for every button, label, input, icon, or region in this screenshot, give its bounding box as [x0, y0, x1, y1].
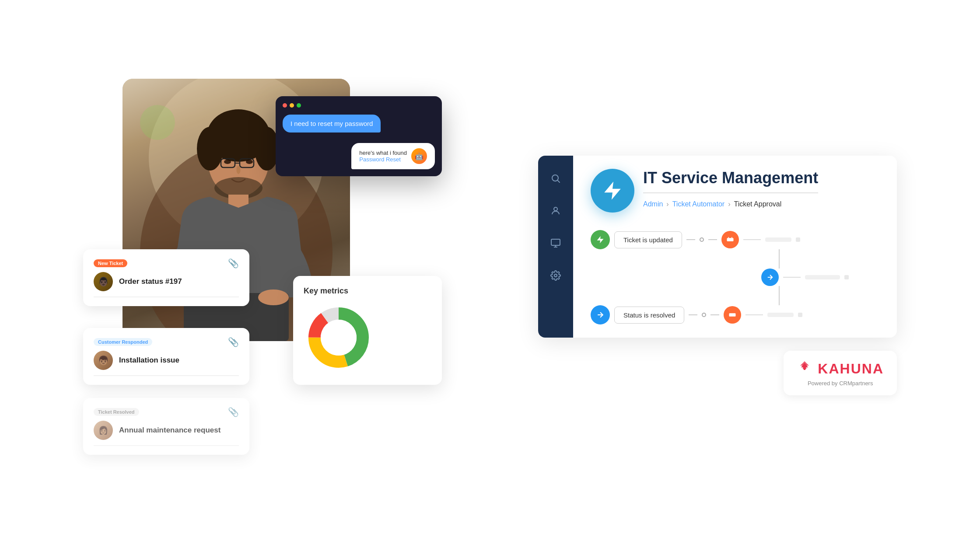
- breadcrumb-sep-2: ›: [728, 200, 730, 208]
- connector-dot-2: [702, 313, 706, 317]
- workflow-orange-1: [721, 231, 739, 248]
- ticket-3-divider: [94, 445, 239, 446]
- itsm-divider: [643, 192, 818, 193]
- attachment-icon-2[interactable]: 📎: [228, 337, 239, 347]
- trailing-bar-2: [805, 275, 840, 279]
- svg-line-25: [558, 181, 560, 182]
- trailing-bar-1: [765, 237, 791, 242]
- trailing-end-1: [796, 237, 800, 242]
- itsm-panel: IT Service Management Admin › Ticket Aut…: [538, 156, 897, 338]
- ticket-2-title: Installation issue: [119, 356, 179, 365]
- workflow-node-trigger: [591, 230, 610, 249]
- svg-point-17: [140, 105, 175, 140]
- svg-rect-31: [727, 238, 733, 241]
- ticket-1-avatar: 👨🏿: [94, 272, 113, 291]
- kahuna-card: KAHUNA Powered by CRMpartners: [784, 351, 897, 395]
- attachment-icon[interactable]: 📎: [228, 258, 239, 269]
- expand-dot[interactable]: [297, 103, 301, 108]
- close-dot[interactable]: [283, 103, 287, 108]
- ticket-1-header: New Ticket 📎: [94, 258, 239, 269]
- itsm-sidebar: [538, 156, 573, 338]
- ticket-card-1: New Ticket 📎 👨🏿 Order status #197: [83, 249, 249, 306]
- left-section: I need to reset my password here's what …: [83, 79, 442, 472]
- attachment-icon-3[interactable]: 📎: [228, 407, 239, 417]
- window-controls: [283, 103, 435, 108]
- trailing-end-2: [844, 275, 849, 279]
- svg-point-16: [258, 289, 289, 305]
- lightning-icon: [591, 169, 634, 213]
- workflow-label-status-resolved: Status is resolved: [614, 307, 684, 324]
- sidebar-icon-settings[interactable]: [546, 266, 565, 285]
- ticket-card-3: Ticket Resolved 📎 👩🏽 Annual maintenance …: [83, 398, 249, 455]
- breadcrumb: Admin › Ticket Automator › Ticket Approv…: [643, 200, 818, 208]
- user-message: I need to reset my password: [283, 115, 381, 133]
- kahuna-icon: [797, 359, 812, 378]
- connector-line-4: [710, 314, 719, 315]
- svg-marker-30: [597, 236, 604, 244]
- ticket-1-title: Order status #197: [119, 277, 182, 286]
- ticket-2-badge: Customer Responded: [94, 338, 152, 346]
- kahuna-subtitle: Powered by CRMpartners: [808, 380, 873, 387]
- donut-chart: [304, 303, 374, 373]
- ticket-3-header: Ticket Resolved 📎: [94, 407, 239, 417]
- connector-line-1: [686, 239, 695, 240]
- connector-line-2: [708, 239, 717, 240]
- svg-point-28: [554, 274, 557, 277]
- ticket-1-divider: [94, 296, 239, 297]
- metrics-title: Key metrics: [304, 286, 431, 296]
- bot-response-text: here's what i found: [359, 150, 407, 156]
- svg-point-6: [224, 160, 231, 164]
- ticket-3-avatar: 👩🏽: [94, 421, 113, 440]
- metrics-card: Key metrics: [293, 276, 442, 385]
- ticket-3-badge: Ticket Resolved: [94, 408, 139, 416]
- itsm-title: IT Service Management: [643, 169, 818, 187]
- right-section: IT Service Management Admin › Ticket Aut…: [538, 156, 897, 395]
- breadcrumb-admin[interactable]: Admin: [643, 200, 663, 208]
- sidebar-icon-search[interactable]: [546, 169, 565, 188]
- workflow-node-middle: [761, 269, 779, 286]
- svg-point-4: [197, 127, 223, 171]
- svg-point-26: [554, 207, 557, 211]
- trailing-line-3: [746, 314, 763, 315]
- kahuna-logo: KAHUNA: [797, 359, 884, 378]
- bot-avatar: 🤖: [411, 148, 427, 164]
- main-container: I need to reset my password here's what …: [0, 0, 980, 551]
- kahuna-section: KAHUNA Powered by CRMpartners: [538, 351, 897, 395]
- svg-rect-36: [729, 313, 736, 317]
- trailing-end-3: [798, 313, 802, 317]
- svg-point-24: [552, 175, 558, 181]
- bot-message: here's what i found Password Reset 🤖: [351, 143, 435, 169]
- breadcrumb-automator[interactable]: Ticket Automator: [672, 200, 724, 208]
- breadcrumb-current: Ticket Approval: [734, 200, 781, 208]
- workflow-label-ticket-updated: Ticket is updated: [614, 231, 682, 248]
- itsm-main: IT Service Management Admin › Ticket Aut…: [573, 156, 897, 338]
- svg-point-7: [246, 160, 253, 164]
- sidebar-icon-user[interactable]: [546, 201, 565, 220]
- ticket-3-title: Annual maintenance request: [119, 426, 220, 435]
- sidebar-icon-messages[interactable]: [546, 234, 565, 253]
- ticket-2-body: 👦🏽 Installation issue: [94, 351, 239, 370]
- vertical-connector-2: [779, 286, 780, 305]
- ticket-card-2: Customer Responded 📎 👦🏽 Installation iss…: [83, 328, 249, 385]
- ticket-3-body: 👩🏽 Annual maintenance request: [94, 421, 239, 440]
- workflow-orange-2: [724, 306, 741, 324]
- password-reset-link[interactable]: Password Reset: [359, 156, 407, 163]
- svg-point-23: [321, 320, 357, 356]
- workflow-node-status: [591, 305, 610, 324]
- ticket-2-divider: [94, 375, 239, 376]
- vertical-connector-1: [779, 249, 780, 269]
- minimize-dot[interactable]: [290, 103, 294, 108]
- connector-line-3: [689, 314, 697, 315]
- kahuna-name: KAHUNA: [818, 361, 884, 377]
- ticket-2-header: Customer Responded 📎: [94, 337, 239, 347]
- trailing-bar-3: [767, 313, 794, 317]
- ticket-2-avatar: 👦🏽: [94, 351, 113, 370]
- ticket-1-badge: New Ticket: [94, 259, 127, 267]
- workflow-diagram: Ticket is updated: [591, 230, 879, 324]
- svg-marker-29: [604, 181, 621, 200]
- itsm-header-row: IT Service Management Admin › Ticket Aut…: [591, 169, 879, 226]
- breadcrumb-sep-1: ›: [666, 200, 668, 208]
- trailing-line-2: [783, 277, 801, 278]
- svg-rect-27: [551, 239, 560, 245]
- ticket-1-body: 👨🏿 Order status #197: [94, 272, 239, 291]
